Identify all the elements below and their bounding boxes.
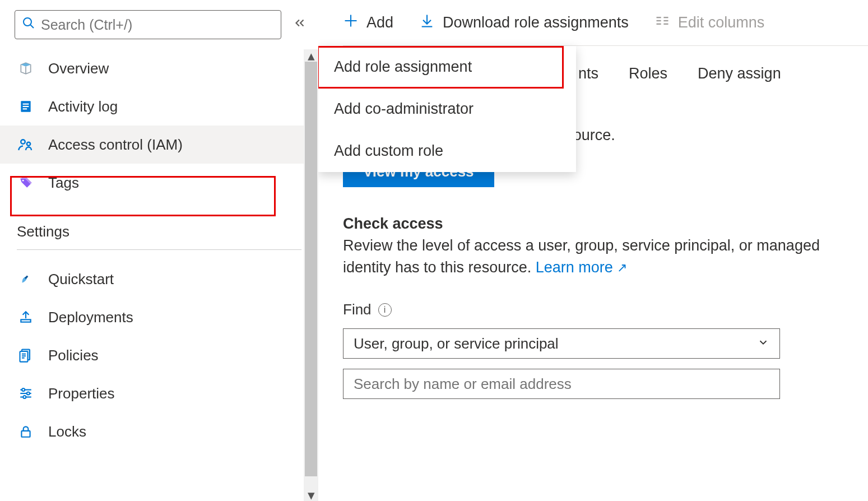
- find-type-select[interactable]: User, group, or service principal: [343, 328, 780, 359]
- download-icon: [419, 13, 435, 33]
- svg-rect-5: [23, 104, 29, 105]
- find-label: Find: [343, 301, 372, 318]
- toolbar-label: Download role assignments: [443, 14, 629, 31]
- sidebar-search-input[interactable]: [41, 17, 274, 33]
- columns-icon: [655, 13, 670, 33]
- people-icon: [17, 136, 35, 153]
- svg-rect-12: [21, 319, 30, 322]
- svg-point-23: [23, 396, 26, 398]
- sidebar-item-quickstart[interactable]: Quickstart: [0, 260, 318, 298]
- sidebar-item-activity-log[interactable]: Activity log: [0, 87, 318, 126]
- svg-point-19: [22, 388, 25, 391]
- add-dropdown: Add role assignment Add co-administrator…: [318, 46, 576, 172]
- log-icon: [17, 99, 35, 114]
- svg-rect-6: [23, 106, 29, 107]
- sidebar-item-label: Overview: [48, 60, 109, 77]
- download-role-assignments-button[interactable]: Download role assignments: [419, 13, 629, 33]
- sidebar-item-properties[interactable]: Properties: [0, 374, 318, 412]
- tab-deny-assignments-partial[interactable]: Deny assign: [698, 65, 781, 82]
- collapse-sidebar-button[interactable]: [293, 16, 307, 34]
- chevron-down-icon: [757, 335, 769, 352]
- learn-more-link[interactable]: Learn more ↗: [536, 259, 628, 276]
- svg-rect-24: [21, 431, 30, 437]
- sidebar-item-tags[interactable]: Tags: [0, 164, 318, 202]
- scroll-down-icon[interactable]: ▾: [304, 489, 318, 501]
- main-content: Add Download role assignments Edit colum…: [318, 0, 868, 501]
- sidebar-search[interactable]: [15, 10, 281, 39]
- plus-icon: [343, 13, 359, 33]
- find-search-input-wrap[interactable]: [343, 369, 780, 399]
- info-icon[interactable]: i: [378, 303, 392, 317]
- sliders-icon: [17, 386, 35, 401]
- svg-point-0: [24, 18, 31, 26]
- sidebar-item-locks[interactable]: Locks: [0, 412, 318, 451]
- svg-point-9: [27, 142, 30, 146]
- check-access-title: Check access: [343, 215, 868, 233]
- sidebar-item-policies[interactable]: Policies: [0, 336, 318, 374]
- scroll-up-icon[interactable]: ▴: [304, 49, 318, 62]
- toolbar-label: Add: [366, 14, 393, 31]
- svg-rect-7: [23, 108, 27, 109]
- sidebar-item-label: Policies: [48, 347, 99, 364]
- sidebar-nav: Overview Activity log Access control (IA…: [0, 49, 318, 462]
- sidebar-item-label: Deployments: [48, 309, 133, 326]
- svg-rect-14: [20, 351, 28, 362]
- check-access-desc: Review the level of access a user, group…: [343, 235, 868, 279]
- svg-line-1: [31, 25, 34, 29]
- cube-icon: [17, 61, 35, 76]
- sidebar-item-label: Quickstart: [48, 271, 114, 288]
- policies-icon: [17, 347, 35, 363]
- svg-point-21: [27, 392, 30, 395]
- sidebar-group-settings: Settings: [0, 202, 318, 245]
- search-icon: [22, 16, 35, 33]
- toolbar-label: Edit columns: [678, 14, 765, 31]
- find-search-input[interactable]: [354, 375, 769, 393]
- dropdown-item-add-co-administrator[interactable]: Add co-administrator: [318, 88, 576, 130]
- tab-role-assignments-partial[interactable]: nts: [578, 65, 598, 82]
- upload-icon: [17, 310, 35, 324]
- sidebar-item-deployments[interactable]: Deployments: [0, 298, 318, 336]
- sidebar-item-label: Properties: [48, 385, 115, 402]
- sidebar-item-access-control[interactable]: Access control (IAM): [0, 126, 318, 164]
- external-link-icon: ↗: [617, 261, 627, 275]
- command-bar: Add Download role assignments Edit colum…: [343, 0, 868, 46]
- sidebar: Overview Activity log Access control (IA…: [0, 0, 318, 501]
- dropdown-item-add-custom-role[interactable]: Add custom role: [318, 130, 576, 172]
- quickstart-icon: [17, 272, 35, 286]
- svg-marker-2: [21, 63, 30, 67]
- dropdown-item-add-role-assignment[interactable]: Add role assignment: [318, 46, 576, 88]
- tag-icon: [17, 175, 35, 190]
- edit-columns-button: Edit columns: [655, 13, 765, 33]
- sidebar-item-overview[interactable]: Overview: [0, 49, 318, 87]
- scrollbar-thumb[interactable]: [305, 62, 317, 476]
- sidebar-item-label: Access control (IAM): [48, 136, 183, 154]
- sidebar-item-label: Tags: [48, 174, 79, 192]
- svg-point-10: [22, 180, 24, 182]
- scrollbar[interactable]: ▴ ▾: [304, 49, 318, 501]
- lock-icon: [17, 424, 35, 439]
- svg-point-8: [21, 140, 25, 144]
- sidebar-item-label: Activity log: [48, 98, 118, 115]
- add-button[interactable]: Add: [343, 13, 393, 33]
- divider: [17, 249, 301, 250]
- tab-roles[interactable]: Roles: [629, 65, 667, 82]
- select-value: User, group, or service principal: [354, 335, 559, 352]
- sidebar-item-label: Locks: [48, 423, 86, 440]
